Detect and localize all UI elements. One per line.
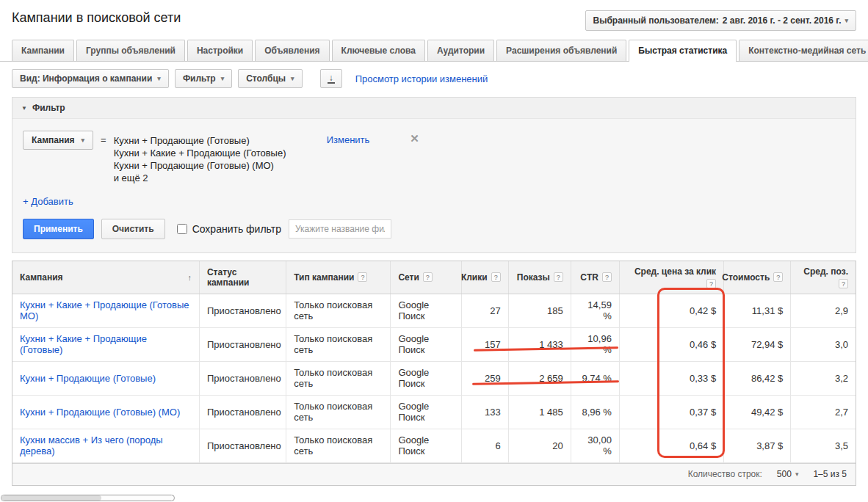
cell-campaign: Кухни + Какие + Продающие (Готовые): [12, 327, 199, 361]
col-type-label: Тип кампании: [294, 272, 354, 283]
filter-add-link[interactable]: + Добавить: [23, 196, 73, 207]
col-avg-pos-label: Сред. поз.: [803, 266, 848, 277]
col-cpc[interactable]: Сред. цена за клик ?: [619, 261, 723, 294]
col-type[interactable]: Тип кампании ?: [286, 261, 391, 294]
col-avg-pos[interactable]: Сред. поз. ?: [791, 261, 856, 294]
columns-dropdown-label: Столбцы: [246, 73, 286, 84]
rows-per-page-dropdown[interactable]: 500 ▾: [777, 469, 799, 479]
campaign-link[interactable]: Кухни + Какие + Продающие (Готовые МО): [20, 299, 189, 321]
tab-audiences[interactable]: Аудитории: [427, 40, 494, 61]
cell-type: Только поисковая сеть: [286, 395, 391, 429]
cell-type: Только поисковая сеть: [286, 429, 391, 462]
help-icon[interactable]: ?: [358, 272, 367, 282]
col-campaign[interactable]: Кампания ↑: [12, 261, 199, 294]
filter-edit-link[interactable]: Изменить: [327, 134, 370, 145]
col-cost[interactable]: Стоимость ?: [724, 261, 791, 294]
help-icon[interactable]: ?: [706, 279, 716, 288]
cell-avg-pos: 2,7: [791, 395, 856, 429]
col-impressions-label: Показы: [517, 272, 550, 283]
filter-name-input[interactable]: [289, 219, 391, 239]
tab-settings[interactable]: Настройки: [187, 40, 253, 61]
help-icon[interactable]: ?: [602, 272, 612, 282]
cell-campaign: Кухни + Продающие (Готовые): [12, 361, 199, 395]
cell-cost: 86,42 $: [724, 361, 791, 395]
col-status[interactable]: Статус кампании: [199, 261, 286, 294]
col-ctr[interactable]: CTR ?: [571, 261, 619, 294]
table-footer: Количество строк: 500 ▾ 1–5 из 5: [12, 463, 856, 485]
help-icon[interactable]: ?: [423, 272, 433, 282]
tab-quick-stats[interactable]: Быстрая статистика: [629, 40, 737, 61]
cell-cpc: 0,33 $: [619, 361, 723, 395]
caret-down-icon: ▾: [82, 137, 85, 144]
cell-ctr: 10,96 %: [571, 327, 619, 361]
col-clicks[interactable]: Клики ?: [461, 261, 508, 294]
help-icon[interactable]: ?: [491, 272, 501, 282]
cell-type: Только поисковая сеть: [286, 327, 391, 361]
help-icon[interactable]: ?: [773, 272, 783, 282]
cell-avg-pos: 3,0: [791, 327, 856, 361]
horizontal-scrollbar[interactable]: [1, 495, 175, 501]
cell-avg-pos: 3,2: [791, 361, 856, 395]
page-title: Кампании в поисковой сети: [12, 10, 181, 26]
tab-display-network[interactable]: Контекстно-медийная сеть: [739, 40, 868, 61]
campaign-link[interactable]: Кухни массив + Из чего (породы дерева): [20, 434, 163, 456]
save-filter-label: Сохранить фильтр: [192, 223, 281, 235]
cell-campaign: Кухни + Какие + Продающие (Готовые МО): [12, 294, 199, 327]
cell-cost: 72,94 $: [724, 327, 791, 361]
tab-ad-groups[interactable]: Группы объявлений: [76, 40, 185, 61]
cell-cpc: 0,46 $: [619, 327, 723, 361]
help-icon[interactable]: ?: [554, 272, 563, 282]
cell-clicks: 6: [461, 429, 508, 462]
campaign-link[interactable]: Кухни + Какие + Продающие (Готовые): [20, 333, 147, 355]
apply-button[interactable]: Применить: [23, 219, 94, 239]
cell-network: Google Поиск: [391, 327, 461, 361]
cell-network: Google Поиск: [391, 294, 461, 327]
filter-field-label: Кампания: [32, 135, 75, 145]
download-icon: ↓: [328, 74, 335, 84]
filter-actions: Применить Очистить Сохранить фильтр: [23, 219, 845, 239]
date-range-selector[interactable]: Выбранный пользователем: 2 авг. 2016 г. …: [585, 10, 857, 31]
col-cost-label: Стоимость: [722, 272, 770, 283]
view-dropdown-button[interactable]: Вид: Информация о кампании ▾: [12, 69, 169, 88]
col-networks[interactable]: Сети ?: [391, 261, 461, 294]
filter-field-dropdown[interactable]: Кампания ▾: [23, 131, 93, 150]
col-cpc-label: Сред. цена за клик: [634, 266, 716, 277]
cell-impressions: 1 485: [508, 395, 571, 429]
caret-down-icon: ▾: [157, 76, 161, 82]
filter-dropdown-button[interactable]: Фильтр ▾: [175, 69, 232, 88]
cell-ctr: 8,96 %: [571, 395, 619, 429]
cell-status: Приостановлено: [199, 429, 286, 462]
close-icon[interactable]: ✕: [410, 133, 419, 144]
cell-cost: 49,42 $: [724, 395, 791, 429]
clear-button[interactable]: Очистить: [101, 219, 165, 239]
scrollbar-thumb[interactable]: [1, 495, 101, 501]
tab-ads[interactable]: Объявления: [255, 40, 329, 61]
save-filter-option: Сохранить фильтр: [177, 223, 281, 235]
rows-per-page-label: Количество строк:: [688, 469, 762, 479]
download-button[interactable]: ↓: [320, 69, 342, 88]
tab-keywords[interactable]: Ключевые слова: [332, 40, 425, 61]
filter-operator: =: [101, 134, 106, 145]
tab-campaigns[interactable]: Кампании: [12, 40, 74, 61]
campaign-link[interactable]: Кухни + Продающие (Готовые) (МО): [20, 407, 180, 418]
rows-per-page-value: 500: [777, 469, 792, 479]
caret-down-icon: ▾: [221, 76, 225, 82]
cell-impressions: 20: [508, 429, 571, 462]
save-filter-checkbox[interactable]: [177, 224, 187, 234]
filter-value-more: и ещё 2: [114, 172, 319, 184]
campaign-link[interactable]: Кухни + Продающие (Готовые): [20, 373, 156, 384]
cell-impressions: 185: [508, 294, 571, 327]
cell-network: Google Поиск: [391, 361, 461, 395]
table-row: Кухни + Продающие (Готовые) Приостановле…: [12, 361, 856, 395]
cell-clicks: 157: [461, 327, 508, 361]
cell-cpc: 0,64 $: [619, 429, 723, 462]
filter-panel-header[interactable]: ▼ Фильтр: [12, 98, 856, 119]
col-impressions[interactable]: Показы ?: [508, 261, 571, 294]
help-icon[interactable]: ?: [839, 279, 848, 288]
tab-ad-extensions[interactable]: Расширения объявлений: [496, 40, 626, 61]
filter-condition-row: Кампания ▾ = Кухни + Продающие (Готовые)…: [23, 131, 845, 184]
change-history-link[interactable]: Просмотр истории изменений: [355, 73, 488, 84]
caret-down-icon: ▾: [845, 18, 848, 24]
filter-value: Кухни + Продающие (Готовые) (МО): [114, 159, 319, 172]
columns-dropdown-button[interactable]: Столбцы ▾: [238, 69, 302, 88]
